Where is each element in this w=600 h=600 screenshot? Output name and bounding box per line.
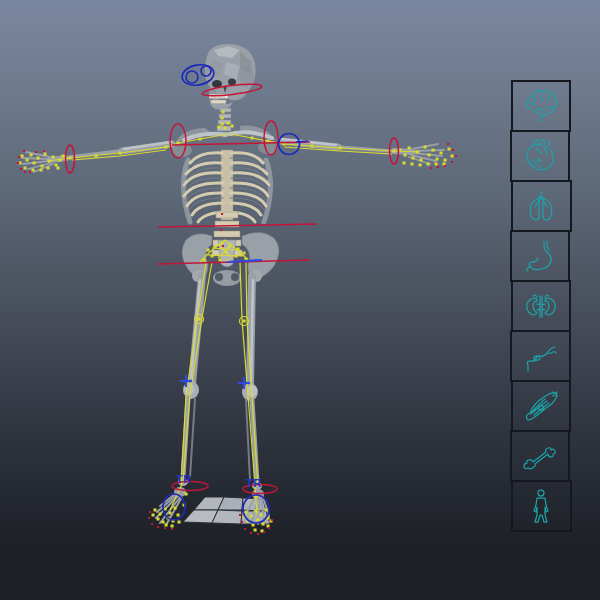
- panel-item-heart[interactable]: [510, 130, 570, 182]
- human-figure-icon: [521, 486, 561, 526]
- muscle-icon: [521, 386, 561, 426]
- clavicle-tick[interactable]: [296, 141, 308, 142]
- stomach-icon: [520, 236, 560, 276]
- panel-item-lungs[interactable]: [511, 180, 572, 232]
- brain-icon: [521, 86, 561, 126]
- panel-item-brain[interactable]: [511, 80, 571, 132]
- panel-item-human-figure[interactable]: [511, 480, 572, 532]
- panel-item-muscle[interactable]: [511, 380, 571, 432]
- bone-icon: [520, 436, 560, 476]
- panel-item-stomach[interactable]: [510, 230, 570, 282]
- skeleton-mesh[interactable]: [22, 44, 444, 525]
- heart-icon: [520, 136, 560, 176]
- panel-item-bone[interactable]: [510, 430, 570, 482]
- left-leg-bones: [156, 276, 202, 525]
- tr-label-left: TR: [176, 473, 192, 485]
- lungs-icon: [521, 186, 561, 226]
- 3d-viewport[interactable]: TR TR: [0, 0, 600, 600]
- pelvis: [182, 232, 279, 286]
- ribcage: [183, 150, 270, 222]
- panel-item-artery[interactable]: [510, 330, 571, 382]
- kidneys-icon: [521, 286, 561, 326]
- artery-icon: [520, 336, 560, 376]
- joint-chains[interactable]: [18, 112, 456, 534]
- red-controls[interactable]: [66, 82, 399, 494]
- anatomy-icon-panel: [510, 82, 570, 532]
- panel-item-kidneys[interactable]: [511, 280, 571, 332]
- tr-label-right: TR: [246, 477, 262, 489]
